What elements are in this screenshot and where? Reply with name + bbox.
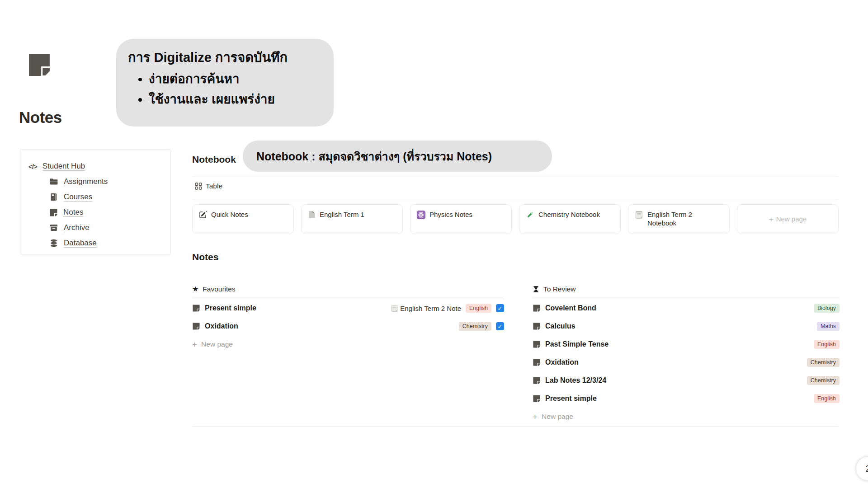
card-label: English Term 1 (320, 211, 364, 219)
done-checkbox[interactable]: ✓ (496, 322, 504, 330)
tag-pill: Chemistry (807, 358, 840, 367)
note-icon (192, 322, 200, 330)
note-title: Present simple (205, 304, 256, 312)
notebook-card-chemistry-notebook[interactable]: Chemistry Notebook (519, 204, 621, 234)
page: Notes การ Digitalize การจดบันทึก ง่ายต่อ… (0, 0, 868, 488)
sidebar-item-student-hub[interactable]: </> Student Hub (20, 159, 170, 174)
note-title: Calculus (545, 322, 576, 330)
tab-table-view[interactable]: Table (195, 182, 222, 190)
new-page-label: New page (776, 215, 807, 224)
sidebar: </> Student Hub Assignments Courses Note… (20, 149, 171, 254)
note-title: Oxidation (545, 358, 579, 366)
digitalize-callout: การ Digitalize การจดบันทึก ง่ายต่อการค้น… (116, 39, 334, 127)
grid-view-icon (195, 183, 202, 190)
sidebar-item-assignments[interactable]: Assignments (20, 174, 170, 189)
notepad-icon (391, 305, 398, 312)
notebook-callout: Notebook : สมุดจดวิชาต่างๆ (ที่รวบรวม No… (243, 141, 552, 172)
note-row-lab-notes[interactable]: Lab Notes 12/3/24 Chemistry (533, 371, 840, 389)
digitalize-bullet: ใช้งานและ เผยแพร่ง่าย (149, 90, 322, 108)
note-row-present-simple[interactable]: Present simple English Term 2 Note Engli… (192, 299, 504, 317)
digitalize-callout-title: การ Digitalize การจดบันทึก (128, 50, 322, 66)
card-label: Quick Notes (211, 211, 248, 219)
tab-table-label: Table (206, 182, 222, 190)
sidebar-item-label: Courses (64, 192, 92, 202)
note-row-covelent-bond[interactable]: Covelent Bond Biology (533, 299, 840, 317)
page-number-badge: 2 (856, 457, 868, 480)
note-title: Oxidation (205, 322, 238, 330)
page-title: Notes (19, 108, 62, 127)
digitalize-bullet: ง่ายต่อการค้นหา (149, 70, 322, 88)
sidebar-item-database[interactable]: Database (20, 235, 170, 251)
sidebar-item-label: Notes (63, 208, 83, 217)
compose-icon (199, 211, 207, 219)
sidebar-item-label: Student Hub (42, 162, 85, 171)
relation-link[interactable]: English Term 2 Note (391, 305, 461, 312)
sidebar-item-label: Database (64, 239, 97, 248)
favourites-list: ★ Favourites Present simple English Term… (192, 285, 504, 353)
plus-icon: + (192, 340, 197, 349)
done-checkbox[interactable]: ✓ (496, 304, 504, 312)
favourites-new-page-button[interactable]: + New page (192, 335, 504, 353)
sidebar-item-label: Archive (64, 223, 90, 232)
list-title: Favourites (203, 285, 235, 293)
note-icon (533, 340, 541, 348)
sidebar-item-courses[interactable]: Courses (20, 189, 170, 205)
tag-pill: English (466, 304, 491, 313)
note-icon (533, 304, 541, 312)
sidebar-item-archive[interactable]: Archive (20, 220, 170, 235)
note-title: Covelent Bond (545, 304, 596, 312)
to-review-header: To Review (533, 285, 840, 299)
divider (192, 199, 839, 199)
plus-icon: + (769, 216, 774, 223)
notebook-callout-text: Notebook : สมุดจดวิชาต่างๆ (ที่รวบรวม No… (256, 147, 492, 165)
tag-pill: Maths (817, 322, 840, 331)
tag-pill: English (814, 394, 840, 403)
note-row-oxidation[interactable]: Oxidation Chemistry ✓ (192, 317, 504, 335)
notebook-card-physics-notes[interactable]: Physics Notes (410, 204, 512, 234)
note-icon (533, 376, 541, 385)
card-label: Chemistry Notebook (538, 211, 600, 219)
notes-page-logo-icon (28, 52, 51, 78)
sidebar-item-label: Assignments (64, 177, 108, 186)
note-row-present-simple-review[interactable]: Present simple English (533, 389, 840, 408)
tag-pill: English (814, 340, 840, 349)
notebook-new-page-button[interactable]: + New page (737, 204, 839, 234)
divider (192, 177, 839, 177)
plus-icon: + (533, 413, 538, 421)
notebook-card-quick-notes[interactable]: Quick Notes (192, 204, 294, 234)
note-row-past-simple-tense[interactable]: Past Simple Tense English (533, 335, 840, 353)
code-icon: </> (28, 163, 37, 170)
new-page-label: New page (542, 413, 573, 421)
note-icon (49, 208, 58, 217)
tag-pill: Chemistry (807, 376, 840, 385)
note-icon (192, 304, 200, 312)
list-title: To Review (543, 285, 576, 293)
notebook-card-english-term-1[interactable]: English Term 1 (301, 204, 403, 234)
database-icon (49, 239, 58, 248)
new-page-label: New page (201, 340, 233, 348)
notepad-icon (635, 211, 643, 219)
note-title: Present simple (545, 394, 597, 403)
tag-pill: Chemistry (459, 322, 491, 331)
note-row-oxidation-review[interactable]: Oxidation Chemistry (533, 353, 840, 371)
book-icon (49, 192, 58, 202)
note-row-calculus[interactable]: Calculus Maths (533, 317, 840, 335)
note-title: Past Simple Tense (545, 340, 609, 348)
note-icon (533, 394, 541, 403)
relation-label: English Term 2 Note (400, 305, 461, 312)
divider (192, 426, 839, 427)
archive-box-icon (49, 223, 58, 232)
tag-pill: Biology (814, 304, 840, 313)
page-icon (308, 211, 316, 219)
card-label: Physics Notes (429, 211, 472, 219)
hourglass-icon (533, 286, 539, 293)
favourites-header: ★ Favourites (192, 285, 504, 299)
to-review-new-page-button[interactable]: + New page (533, 408, 840, 426)
digitalize-callout-list: ง่ายต่อการค้นหา ใช้งานและ เผยแพร่ง่าย (128, 70, 322, 108)
notebook-card-english-term-2[interactable]: English Term 2 Notebook (628, 204, 730, 234)
star-icon: ★ (192, 286, 198, 293)
sidebar-item-notes[interactable]: Notes (20, 205, 170, 220)
to-review-list: To Review Covelent Bond Biology Calculus… (533, 285, 840, 426)
note-title: Lab Notes 12/3/24 (545, 376, 606, 385)
card-label: English Term 2 Notebook (647, 211, 723, 228)
